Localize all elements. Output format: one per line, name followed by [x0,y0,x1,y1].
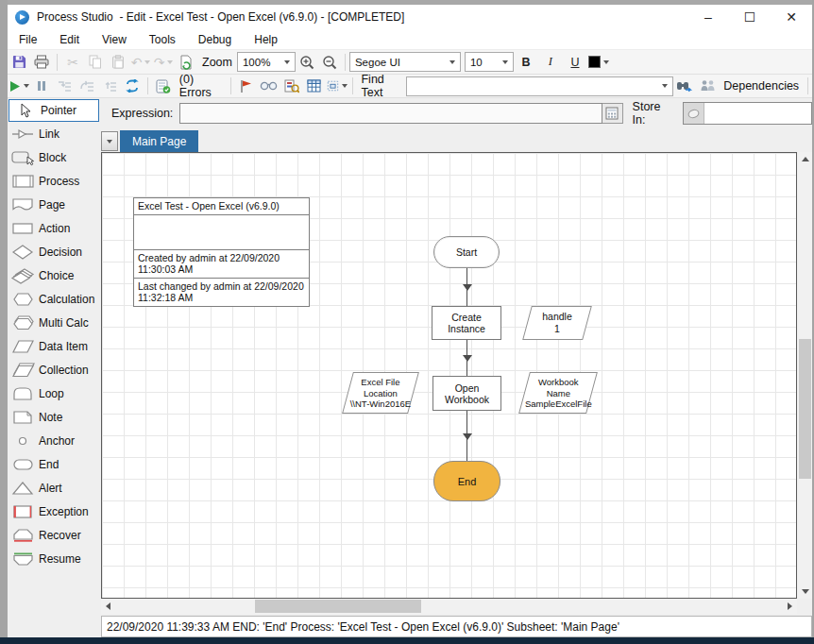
node-create-instance[interactable]: Create Instance [432,306,501,340]
scroll-left-button[interactable] [101,599,115,614]
tool-anchor[interactable]: Anchor [8,429,101,452]
menu-tools[interactable]: Tools [138,29,187,50]
data-item-workbook-name[interactable]: Workbook Name SampleExcelFile [518,372,598,414]
horizontal-scrollbar-thumb[interactable] [255,600,421,613]
find-text-input[interactable] [406,76,673,96]
tool-alert[interactable]: Alert [8,476,101,500]
find-text-label: Find Text [361,73,401,99]
node-end[interactable]: End [433,461,500,501]
zoom-out-button[interactable] [319,52,340,73]
font-color-swatch [588,56,601,68]
grid-toggle-button[interactable] [304,76,325,96]
tool-block[interactable]: Block [8,145,101,169]
play-icon [9,80,21,93]
redo-button[interactable]: ↷ [153,52,174,73]
tool-data-item[interactable]: Data Item [8,334,101,358]
save-icon [12,55,26,69]
undo-button[interactable]: ↶ [130,52,151,73]
tool-recover[interactable]: Recover [8,523,101,547]
italic-button[interactable]: I [539,52,562,73]
tool-loop[interactable]: Loop [8,381,101,405]
link-open-workbook-to-end[interactable] [466,411,467,461]
menu-edit[interactable]: Edit [48,29,91,50]
link-start-to-create-instance[interactable] [466,268,467,306]
data-item-excel-file-location[interactable]: Excel File Location \\NT-Win2016E [342,372,419,414]
vertical-scrollbar-thumb[interactable] [799,339,811,479]
expression-builder-button[interactable] [602,103,623,124]
snap-button[interactable] [327,76,348,96]
pause-button[interactable] [31,76,52,96]
tool-choice[interactable]: Choice [8,263,101,287]
page-list-dropdown-button[interactable] [101,131,118,151]
collection-icon [10,362,36,379]
node-open-workbook[interactable]: Open Workbook [432,376,501,411]
menu-debug[interactable]: Debug [187,29,243,50]
scroll-down-button[interactable] [798,585,812,599]
save-button[interactable] [8,52,29,73]
tool-page[interactable]: Page [8,193,101,216]
run-button[interactable] [8,76,29,96]
close-button[interactable]: ✕ [771,5,812,29]
tool-note[interactable]: Note [8,405,101,429]
zoom-in-icon [299,55,314,70]
menu-help[interactable]: Help [243,29,289,50]
print-button[interactable] [31,52,52,73]
tool-resume[interactable]: Resume [8,547,101,570]
paste-button[interactable] [108,52,128,73]
refresh-page-icon [179,55,194,70]
alert-icon [10,480,36,497]
search-process-button[interactable] [281,76,302,96]
tab-main-page[interactable]: Main Page [120,130,198,152]
font-color-button[interactable] [588,52,609,73]
tool-multi-calc[interactable]: Multi Calc [8,311,101,334]
menu-file[interactable]: File [8,29,48,50]
step-into-button[interactable] [54,76,75,96]
store-in-input[interactable] [704,104,811,123]
tool-pointer[interactable]: Pointer [8,99,99,122]
status-text: 22/09/2020 11:39:33 AM END: 'End' Proces… [102,620,619,634]
store-in-field[interactable] [683,102,812,125]
bold-button[interactable]: B [515,52,537,73]
menu-view[interactable]: View [91,29,138,50]
window-border-top [0,0,814,5]
breakpoint-button[interactable] [236,76,257,96]
scroll-down-icon [802,589,809,594]
font-family-select[interactable]: Segoe UI [349,52,461,72]
maximize-button[interactable]: ☐ [729,5,771,29]
expression-input[interactable] [179,103,602,124]
link-create-instance-to-open-workbook[interactable] [466,340,467,376]
copy-button[interactable] [85,52,106,73]
tool-link[interactable]: Link [8,122,101,145]
refresh-page-button[interactable] [176,52,196,73]
tool-exception[interactable]: Exception [8,500,101,523]
process-canvas[interactable]: Excel Test - Open Excel (v6.9.0) Created… [101,152,797,599]
minimize-button[interactable]: – [687,5,729,29]
data-item-handle[interactable]: handle 1 [522,306,592,340]
dependencies-button[interactable] [697,76,718,96]
validate-button[interactable] [153,76,174,96]
step-over-button[interactable] [76,76,97,96]
zoom-in-button[interactable] [297,52,317,73]
scroll-up-button[interactable] [798,152,812,166]
underline-button[interactable]: U [564,52,586,73]
watch-button[interactable] [259,76,280,96]
node-start[interactable]: Start [433,236,500,268]
tool-calculation[interactable]: Calculation [8,287,101,311]
zoom-select[interactable]: 100% [237,52,296,72]
font-size-select[interactable]: 10 [465,52,514,72]
cut-button[interactable]: ✂ [62,52,83,73]
tool-action[interactable]: Action [8,216,101,240]
step-out-button[interactable] [99,76,120,96]
find-next-button[interactable] [674,76,695,96]
reset-button[interactable] [122,76,143,96]
scroll-right-button[interactable] [783,599,797,614]
vertical-scrollbar[interactable] [798,152,812,599]
store-in-icon-box [684,103,704,124]
tool-process[interactable]: Process [8,169,101,193]
tool-decision[interactable]: Decision [8,240,101,263]
horizontal-scrollbar[interactable] [101,599,797,614]
tool-collection[interactable]: Collection [8,358,101,381]
tool-end[interactable]: End [8,452,101,476]
toolbar-separator [230,77,231,94]
zoom-value: 100% [243,57,270,68]
